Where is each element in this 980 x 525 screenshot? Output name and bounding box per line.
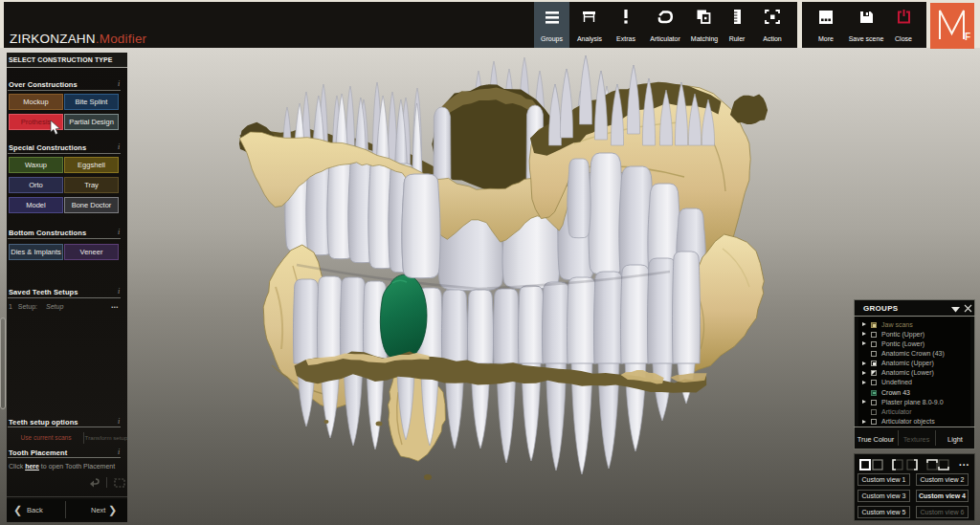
svg-text:F: F (965, 32, 970, 42)
